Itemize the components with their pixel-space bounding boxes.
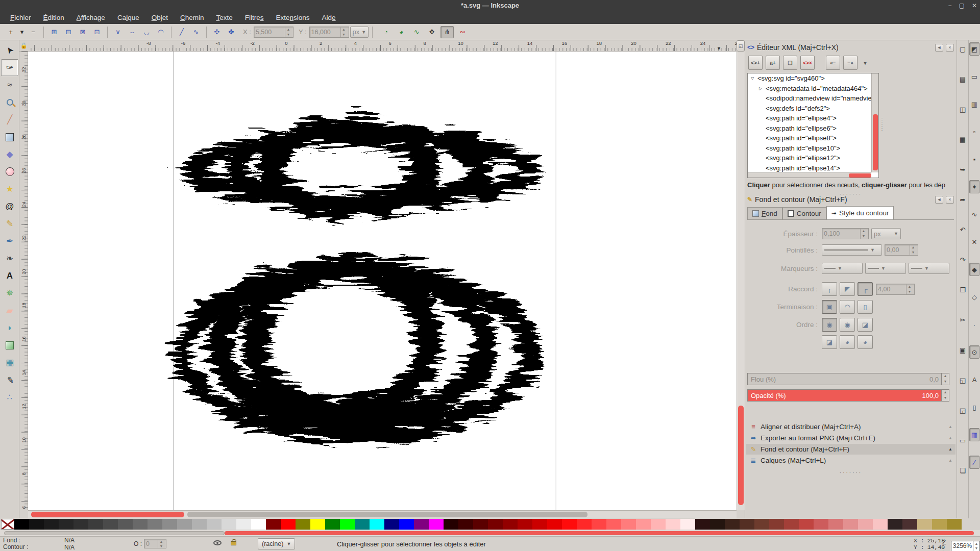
pencil-tool[interactable]: ✎ — [1, 215, 18, 232]
dropper-tool[interactable]: ✐ — [1, 371, 18, 388]
palette-scroll-thumb[interactable] — [4, 531, 225, 535]
no-color-swatch[interactable] — [1, 519, 14, 530]
delete-node-button[interactable]: − — [27, 26, 40, 38]
transform-handles-button[interactable]: ✥ — [425, 26, 438, 38]
save-document-button[interactable]: ◫ — [958, 103, 968, 116]
xml-node[interactable]: ▷<svg:metadata id="metadata464"> — [748, 84, 871, 94]
xml-node[interactable]: <svg:path id="ellipse6"> — [748, 123, 871, 134]
cap-round-button[interactable]: ◠ — [840, 300, 855, 314]
menu-item-fichier[interactable]: Fichier — [5, 13, 36, 22]
palette-swatch[interactable] — [873, 519, 888, 530]
xml-pane-splitter[interactable]: ······· — [879, 117, 885, 131]
spiral-tool[interactable]: @ — [1, 198, 18, 215]
palette-swatch[interactable] — [695, 519, 710, 530]
palette-swatch[interactable] — [532, 519, 547, 530]
palette-swatch[interactable] — [680, 519, 695, 530]
xml-tree-vertical-scrollbar[interactable] — [871, 73, 878, 172]
show-outline-button[interactable]: ∾ — [456, 26, 469, 38]
canvas-corner-button[interactable]: ◱ — [737, 40, 745, 52]
y-coordinate-field[interactable]: 16,000 ▲▼ — [309, 27, 349, 38]
canvas-vertical-scrollbar[interactable] — [737, 52, 745, 510]
close-panel-button[interactable]: × — [946, 44, 954, 52]
palette-swatch[interactable] — [207, 519, 222, 530]
stroke-unit-dropdown[interactable]: px ▼ — [871, 228, 901, 239]
palette-swatch[interactable] — [828, 519, 843, 530]
palette-scrollbar[interactable] — [0, 530, 980, 536]
object-to-path-button[interactable]: ✣ — [210, 26, 224, 38]
snap-cusp-nodes-button[interactable]: ◆ — [969, 263, 979, 276]
x-spinner[interactable]: ▲▼ — [285, 27, 291, 37]
dash-offset-spinner[interactable]: ▲▼ — [910, 245, 916, 255]
xml-vscroll-thumb[interactable] — [873, 114, 878, 170]
stroke-width-field[interactable]: 0,100 ▲▼ — [822, 228, 869, 239]
delete-node-button[interactable]: <>× — [800, 56, 815, 70]
snap-guides-button[interactable]: ∕ — [969, 456, 979, 469]
edit-mask-button[interactable]: ◕ — [395, 26, 408, 38]
duplicate-button[interactable]: ❏ — [958, 464, 968, 477]
zoom-field[interactable]: 3256% ▲▼ — [951, 541, 980, 551]
menu-item-extensions[interactable]: Extensions — [271, 13, 315, 22]
palette-swatch[interactable] — [384, 519, 399, 530]
palette-swatch[interactable] — [222, 519, 236, 530]
palette-swatch[interactable] — [503, 519, 518, 530]
rectangle-tool[interactable] — [1, 129, 18, 145]
menu-item-calque[interactable]: Calque — [112, 13, 144, 22]
layer-lock-icon[interactable] — [231, 541, 236, 545]
palette-swatch[interactable] — [103, 519, 118, 530]
layer-visibility-icon[interactable] — [213, 540, 222, 545]
print-document-button[interactable]: ▦ — [958, 133, 968, 146]
dock-bar-fill-stroke[interactable]: ✎Fond et contour (Maj+Ctrl+F)▲ — [746, 444, 955, 455]
palette-swatch[interactable] — [192, 519, 207, 530]
segment-curve-button[interactable]: ∿ — [189, 26, 203, 38]
vertical-ruler[interactable]: 32302826242220181614121086 — [19, 52, 28, 510]
node-symmetric-button[interactable]: ◡ — [140, 26, 153, 38]
ellipse-tool[interactable] — [1, 163, 18, 180]
palette-swatch[interactable] — [932, 519, 947, 530]
dock-bar-align-distribute[interactable]: ≡Aligner et distribuer (Maj+Ctrl+A)▲ — [746, 421, 955, 432]
palette-swatch[interactable] — [488, 519, 503, 530]
xml-node[interactable]: ▽<svg:svg id="svg460"> — [748, 73, 871, 84]
menu-item-édition[interactable]: Édition — [38, 13, 69, 22]
cut-button[interactable]: ✂ — [958, 313, 968, 327]
snap-paths-button[interactable]: ∿ — [969, 208, 979, 221]
paste-button[interactable]: ▣ — [958, 343, 968, 357]
palette-swatch[interactable] — [310, 519, 325, 530]
palette-swatch[interactable] — [88, 519, 103, 530]
palette-swatch[interactable] — [44, 519, 59, 530]
gradient-tool[interactable] — [1, 337, 18, 354]
palette-swatch[interactable] — [340, 519, 355, 530]
horizontal-scroll-thumb[interactable] — [187, 512, 587, 517]
tweak-tool[interactable]: ≈ — [1, 77, 18, 93]
marker-start-dropdown[interactable]: ▼ — [822, 263, 863, 274]
node-auto-button[interactable]: ◠ — [154, 26, 167, 38]
xml-node[interactable]: <svg:path id="ellipse10"> — [748, 143, 871, 154]
palette-swatch[interactable] — [473, 519, 488, 530]
snap-bbox-edges-button[interactable]: ▥ — [969, 97, 979, 111]
unit-dropdown[interactable]: px ▼ — [350, 27, 369, 38]
dash-pattern-dropdown[interactable]: ▼ — [822, 244, 882, 256]
snap-object-centers-button[interactable]: ⊙ — [969, 345, 979, 359]
y-spinner[interactable]: ▲▼ — [340, 27, 347, 37]
maximize-button[interactable]: ▢ — [959, 0, 965, 11]
paint-order-stroke-markers-fill-button[interactable]: ◕ — [840, 335, 855, 349]
palette-swatch[interactable] — [296, 519, 310, 530]
collapse-panel-button[interactable]: ◄ — [935, 196, 943, 204]
show-handles-button[interactable]: ⋔ — [440, 26, 454, 38]
panel-resize-handle[interactable]: ······· — [745, 470, 957, 475]
marker-mid-dropdown[interactable]: ▼ — [865, 263, 906, 274]
new-element-node-button[interactable]: <>+ — [748, 56, 763, 70]
undo-button[interactable]: ↶ — [958, 223, 968, 236]
minimize-button[interactable]: − — [948, 0, 952, 11]
palette-swatch[interactable] — [118, 519, 133, 530]
expander-icon[interactable]: ▽ — [751, 76, 757, 81]
palette-swatch[interactable] — [59, 519, 74, 530]
break-nodes-button[interactable]: ⊟ — [62, 26, 75, 38]
palette-swatch[interactable] — [74, 519, 88, 530]
palette-swatch[interactable] — [740, 519, 754, 530]
delete-segment-button[interactable]: ⊡ — [90, 26, 104, 38]
xml-node[interactable]: <svg:path id="ellipse8"> — [748, 133, 871, 143]
snap-path-intersections-button[interactable]: ✕ — [969, 235, 979, 248]
new-document-button[interactable]: ▢ — [958, 42, 968, 56]
x-coordinate-field[interactable]: 5,500 ▲▼ — [254, 27, 293, 38]
zoom-tool[interactable] — [1, 94, 18, 111]
